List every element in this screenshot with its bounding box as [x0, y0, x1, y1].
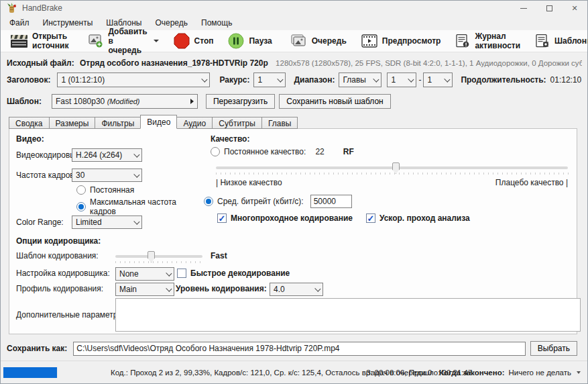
- constant-framerate-radio[interactable]: [76, 185, 86, 195]
- title-label: Заголовок:: [7, 75, 50, 85]
- fast-decode-checkbox[interactable]: [177, 269, 186, 278]
- pause-label: Пауза: [249, 36, 272, 46]
- presets-button[interactable]: Шаблоны: [528, 31, 588, 51]
- tab-dimensions[interactable]: Размеры: [49, 117, 96, 129]
- range-type-select[interactable]: Главы: [339, 73, 381, 87]
- angle-label: Ракурс:: [219, 75, 249, 85]
- turbo-analysis-checkbox[interactable]: [366, 213, 375, 223]
- quality-slider-track[interactable]: [216, 166, 568, 169]
- reload-preset-button[interactable]: Перезагрузить: [206, 94, 275, 109]
- menu-queue[interactable]: Очередь: [148, 16, 194, 30]
- when-done-label: Когда закончено:: [439, 369, 505, 377]
- encoder-level-label: Уровень кодирования:: [176, 284, 267, 293]
- tab-video[interactable]: Видео: [140, 115, 177, 129]
- range-from-select[interactable]: 1: [387, 73, 416, 87]
- close-button[interactable]: [562, 1, 587, 15]
- preview-button[interactable]: Предпросмотр: [354, 31, 449, 51]
- source-label: Исходный файл:: [7, 58, 74, 68]
- title-select[interactable]: 1 (01:12:10): [57, 73, 210, 87]
- menu-tools[interactable]: Инструменты: [36, 16, 100, 30]
- chevron-down-icon: [278, 76, 284, 82]
- peak-framerate-label: Максимальная частота кадров: [90, 197, 202, 216]
- color-range-select[interactable]: Limited: [72, 215, 142, 229]
- range-label: Диапазон:: [294, 75, 335, 85]
- encode-progress-bar: [3, 367, 58, 378]
- arrow-right-icon: [190, 99, 194, 104]
- duration-value: 01:12:10: [550, 75, 582, 85]
- queue-icon: [291, 34, 307, 48]
- encoder-tune-select[interactable]: None: [115, 267, 174, 281]
- save-as-label: Сохранить как:: [7, 344, 67, 353]
- encoder-preset-slider-track[interactable]: [115, 255, 202, 258]
- presets-icon: [535, 34, 550, 48]
- preset-label: Шаблон:: [7, 97, 42, 106]
- preset-modified-flag: (Modified): [107, 97, 140, 105]
- open-source-label: Открыть источник: [32, 32, 68, 50]
- pause-button[interactable]: Пауза: [221, 31, 279, 51]
- queue-button[interactable]: Очередь: [284, 31, 354, 51]
- video-tab-panel: Видео: Видеокодировщик H.264 (x264) Част…: [9, 128, 577, 334]
- constant-quality-radio[interactable]: [211, 147, 220, 156]
- maximize-button[interactable]: [536, 1, 562, 15]
- chevron-down-icon: [133, 151, 139, 157]
- chevron-down-icon: [133, 218, 139, 224]
- constant-quality-unit: RF: [343, 147, 354, 156]
- multipass-checkbox[interactable]: [217, 213, 227, 223]
- color-range-label: Color Range:: [16, 218, 72, 227]
- range-to-select[interactable]: 1: [423, 73, 453, 87]
- browse-button[interactable]: Выбрать: [530, 341, 577, 356]
- tab-summary[interactable]: Сводка: [9, 117, 50, 129]
- avg-bitrate-radio[interactable]: [204, 197, 213, 206]
- clapperboard-icon: [11, 35, 27, 48]
- video-section-header: Видео:: [16, 134, 44, 144]
- framerate-select[interactable]: 30: [72, 169, 142, 182]
- close-icon: [571, 3, 577, 13]
- constant-quality-label: Постоянное качество:: [224, 147, 306, 156]
- activity-log-button[interactable]: Журнал активности: [448, 31, 528, 51]
- encode-progress-fill: [3, 367, 57, 378]
- tab-audio[interactable]: Аудио: [176, 117, 213, 129]
- tab-filters[interactable]: Фильтры: [95, 117, 141, 129]
- add-to-queue-label: Добавить в очередь: [108, 27, 147, 55]
- stop-icon: [174, 33, 190, 49]
- constant-quality-value: 22: [315, 147, 324, 156]
- menu-bar: Файл Инструменты Шаблоны Очередь Помощь: [1, 15, 587, 30]
- range-dash: -: [418, 75, 421, 85]
- save-new-preset-button[interactable]: Сохранить новый шаблон: [279, 94, 390, 109]
- chevron-down-icon: [154, 40, 159, 42]
- minimize-button[interactable]: [511, 1, 536, 15]
- turbo-analysis-label: Ускор. проход анализа: [379, 213, 470, 223]
- preview-icon: [361, 34, 377, 48]
- encoder-profile-label: Профиль кодирования:: [16, 284, 103, 293]
- extra-options-textarea[interactable]: [115, 298, 581, 332]
- save-as-row: Сохранить как: Выбрать: [7, 341, 577, 356]
- status-bar: Код.: Проход 2 из 2, 99,33%, Кадров/с: 1…: [1, 361, 587, 383]
- peak-framerate-radio[interactable]: [76, 202, 86, 211]
- encoder-profile-select[interactable]: Main: [115, 283, 174, 296]
- queue-label: Очередь: [312, 36, 347, 46]
- avg-bitrate-input[interactable]: [310, 195, 352, 208]
- when-done-dropdown[interactable]: Ничего не делать: [509, 369, 571, 377]
- tab-chapters[interactable]: Главы: [261, 117, 298, 129]
- preset-dropdown[interactable]: Fast 1080p30 (Modified): [52, 94, 198, 109]
- angle-select[interactable]: 1: [253, 73, 286, 87]
- avg-bitrate-label: Сред. битрейт (кбит/с):: [217, 197, 304, 206]
- open-source-button[interactable]: Открыть источник: [3, 31, 76, 51]
- add-to-queue-button[interactable]: Добавить в очередь: [80, 31, 166, 51]
- menu-file[interactable]: Файл: [3, 16, 36, 30]
- save-as-path-input[interactable]: [73, 342, 525, 356]
- stop-button[interactable]: Стоп: [166, 31, 221, 51]
- preset-value: Fast 1080p30: [56, 97, 105, 106]
- chevron-down-icon: [408, 76, 414, 82]
- quality-scale-low: | Низкое качество: [216, 178, 282, 187]
- constant-framerate-label: Постоянная: [90, 185, 134, 195]
- encoder-level-select[interactable]: 4.0: [270, 283, 323, 296]
- tab-subtitles[interactable]: Субтитры: [212, 117, 262, 129]
- chevron-down-icon: [314, 285, 320, 291]
- duration-label: Продолжительность:: [461, 75, 546, 85]
- video-encoder-select[interactable]: H.264 (x264): [72, 148, 142, 162]
- title-bar: HandBrake: [1, 1, 587, 15]
- chevron-down-icon: [577, 371, 581, 374]
- menu-help[interactable]: Помощь: [194, 16, 239, 30]
- chevron-down-icon: [166, 285, 172, 291]
